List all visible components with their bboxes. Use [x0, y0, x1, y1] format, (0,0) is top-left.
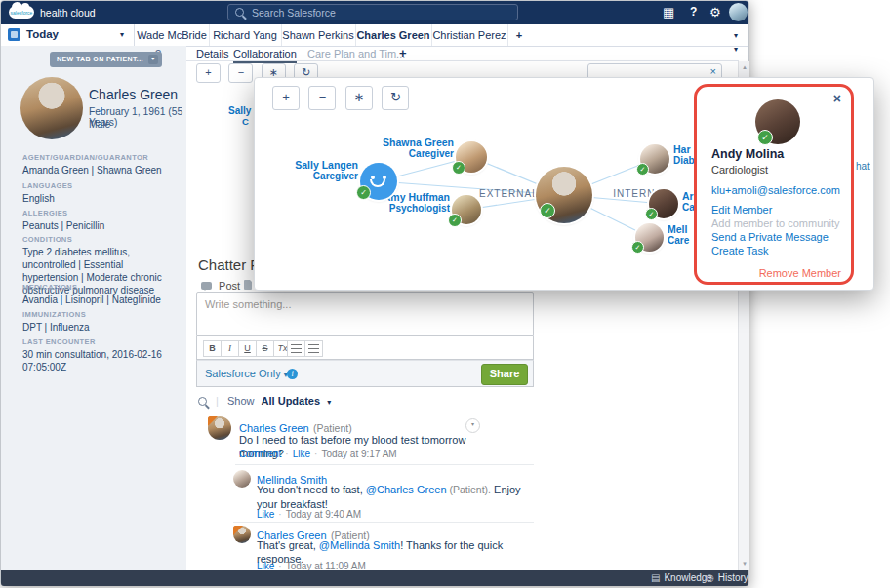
- feed-search-icon[interactable]: [198, 397, 207, 406]
- tab-care-plan[interactable]: Care Plan and Tim...: [307, 48, 405, 59]
- new-tab-on-patient-button[interactable]: NEW TAB ON PATIENT...▾: [50, 52, 162, 67]
- node-role: Psychologist: [364, 203, 450, 214]
- reply-meta: LikeToday at 9:40 AM: [257, 509, 361, 520]
- info-icon[interactable]: i: [287, 369, 298, 379]
- remove-member-link[interactable]: Remove Member: [759, 267, 841, 279]
- node-label-sally[interactable]: Sally Langen Caregiver: [272, 160, 358, 181]
- member-email-link[interactable]: klu+amoli@salesforce.com: [711, 184, 840, 196]
- body-text: You don't need to fast,: [257, 484, 366, 495]
- numbered-list-icon: [291, 344, 302, 353]
- clear-icon[interactable]: ×: [710, 65, 716, 77]
- reset-view-button[interactable]: ↻: [382, 86, 409, 110]
- tab-richard-yang[interactable]: Richard Yang: [209, 24, 282, 46]
- gear-icon[interactable]: ⚙: [709, 5, 721, 20]
- chevron-down-icon[interactable]: ▾: [120, 30, 124, 39]
- section-value: English: [22, 192, 171, 205]
- tab-details[interactable]: Details: [196, 48, 229, 59]
- feed-filter-select[interactable]: All Updates: [262, 395, 321, 407]
- user-avatar[interactable]: [729, 3, 748, 21]
- bullet-list-button[interactable]: [304, 340, 323, 357]
- history-icon: ◷: [706, 572, 714, 583]
- clipped-node-label: Mell Care: [668, 224, 689, 246]
- node-role: Care: [668, 235, 689, 246]
- divider: [233, 522, 534, 523]
- global-navbar: salesforce health cloud Search Salesforc…: [1, 1, 748, 24]
- post-options-icon[interactable]: ▾: [465, 418, 480, 433]
- mention-link[interactable]: @Mellinda Smith: [319, 539, 400, 551]
- add-subtab-button[interactable]: +: [399, 46, 407, 60]
- comment-action[interactable]: Comment: [239, 449, 281, 459]
- external-region-label: EXTERNAL: [479, 188, 538, 199]
- node-label-shawna[interactable]: Shawna Green Caregiver: [370, 137, 454, 159]
- fit-view-button[interactable]: ∗: [345, 86, 373, 110]
- mention-link[interactable]: @Charles Green: [366, 484, 447, 495]
- scroll-up-icon[interactable]: ▴: [739, 61, 750, 73]
- relationship-map-popup: + − ∗ ↻ EXTERNAL INTERNAL Sally Langen C…: [254, 77, 874, 291]
- send-private-message-link[interactable]: Send a Private Message: [711, 231, 829, 243]
- knowledge-button[interactable]: ▤Knowledge: [651, 572, 712, 583]
- tab-overflow-icon[interactable]: ▾: [734, 31, 738, 40]
- edit-member-link[interactable]: Edit Member: [711, 204, 772, 216]
- section-label: LAST ENCOUNTER: [22, 337, 96, 346]
- body-text: That's great,: [257, 539, 319, 551]
- history-button[interactable]: ◷History: [706, 572, 748, 583]
- clipped-node-label: Har Diab: [673, 144, 695, 166]
- publish-row: Salesforce Only ▾ i Share: [196, 360, 534, 387]
- chevron-down-icon: ▾: [148, 55, 158, 64]
- scroll-down-icon[interactable]: ▾: [739, 558, 750, 569]
- post-avatar[interactable]: [208, 416, 231, 440]
- patient-sidebar: ? NEW TAB ON PATIENT...▾ Charles Green F…: [1, 46, 186, 570]
- like-action[interactable]: Like: [257, 509, 274, 520]
- today-tab[interactable]: Today ▾: [1, 24, 135, 46]
- member-name: Andy Molina: [711, 147, 784, 161]
- underline-button[interactable]: U: [238, 340, 257, 357]
- feed-filter-row: | Show All Updates ▾: [198, 395, 331, 407]
- chevron-down-icon[interactable]: ▾: [327, 398, 331, 407]
- numbered-list-button[interactable]: [287, 340, 305, 357]
- check-icon: ✓: [636, 163, 649, 176]
- clipped-node-label: Ar Ca: [682, 191, 695, 213]
- italic-button[interactable]: I: [221, 340, 239, 357]
- tab-wade-mcbride[interactable]: Wade McBride: [135, 24, 210, 46]
- tab-post[interactable]: Post: [201, 280, 240, 292]
- strikethrough-button[interactable]: S: [256, 340, 274, 357]
- divider: [235, 464, 534, 465]
- app-launcher-icon[interactable]: ▦: [663, 5, 674, 20]
- reply-avatar[interactable]: [233, 526, 251, 543]
- section-value: 30 min consultation, 2016-02-16 07:05:00…: [22, 348, 171, 373]
- subtab-overflow-icon[interactable]: ▾: [734, 45, 738, 54]
- member-detail-panel: × ✓ Andy Molina Cardiologist klu+amoli@s…: [694, 84, 854, 285]
- check-icon: ✓: [757, 130, 773, 145]
- screen: salesforce health cloud Search Salesforc…: [0, 0, 890, 588]
- global-search-input[interactable]: Search Salesforce: [227, 4, 518, 20]
- check-icon: ✓: [540, 203, 555, 218]
- post-tab-label: Post: [219, 280, 240, 292]
- zoom-out-button[interactable]: −: [308, 86, 336, 110]
- section-value: Peanuts | Penicillin: [22, 219, 171, 232]
- like-action[interactable]: Like: [293, 449, 310, 459]
- post-composer-input[interactable]: Write something...: [196, 292, 534, 336]
- patient-name: Charles Green: [89, 87, 178, 102]
- post-icon: [201, 282, 212, 290]
- mention-suffix: (Patient).: [447, 484, 492, 495]
- search-icon: [235, 8, 244, 17]
- add-tab-button[interactable]: +: [507, 24, 531, 46]
- tab-charles-green[interactable]: Charles Green: [355, 24, 432, 46]
- today-icon: [8, 28, 20, 41]
- reply-avatar[interactable]: [233, 470, 251, 488]
- post-time: Today at 9:17 AM: [321, 449, 396, 459]
- close-icon[interactable]: ×: [833, 91, 841, 106]
- create-task-link[interactable]: Create Task: [711, 245, 769, 256]
- clipped-text: hat: [856, 161, 870, 172]
- help-icon[interactable]: ?: [690, 5, 697, 20]
- tab-shawn-perkins[interactable]: Shawn Perkins: [281, 24, 356, 46]
- check-icon: ✓: [448, 214, 462, 227]
- zoom-in-button[interactable]: +: [196, 63, 221, 83]
- patient-photo: [20, 77, 83, 139]
- share-button[interactable]: Share: [481, 364, 528, 385]
- tab-christian-perez[interactable]: Christian Perez: [431, 24, 508, 46]
- bold-button[interactable]: B: [203, 340, 222, 357]
- zoom-out-button[interactable]: −: [228, 63, 253, 83]
- zoom-in-button[interactable]: +: [272, 86, 300, 110]
- visibility-select[interactable]: Salesforce Only ▾: [205, 368, 288, 379]
